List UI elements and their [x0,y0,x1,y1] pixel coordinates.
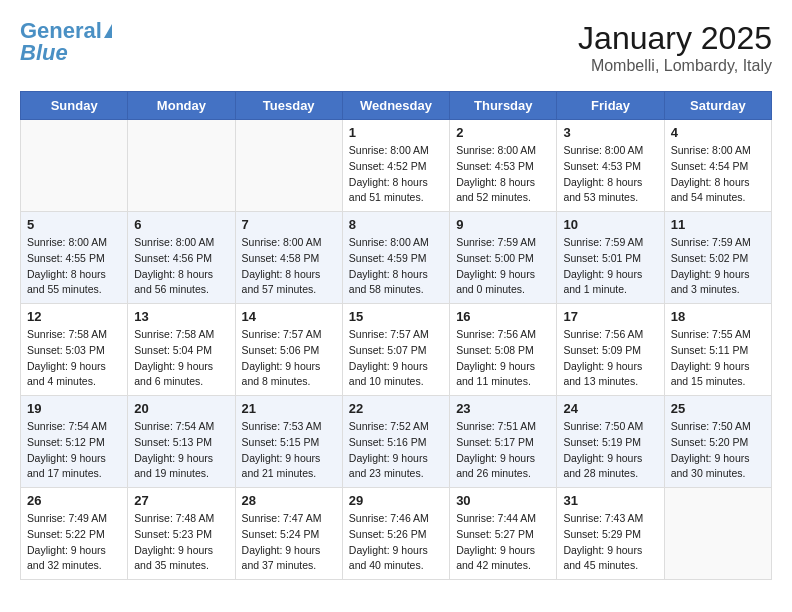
day-number: 4 [671,125,765,140]
calendar-cell: 24Sunrise: 7:50 AM Sunset: 5:19 PM Dayli… [557,396,664,488]
day-info: Sunrise: 8:00 AM Sunset: 4:54 PM Dayligh… [671,143,765,206]
day-info: Sunrise: 7:48 AM Sunset: 5:23 PM Dayligh… [134,511,228,574]
day-info: Sunrise: 7:47 AM Sunset: 5:24 PM Dayligh… [242,511,336,574]
calendar-cell: 19Sunrise: 7:54 AM Sunset: 5:12 PM Dayli… [21,396,128,488]
day-info: Sunrise: 7:58 AM Sunset: 5:03 PM Dayligh… [27,327,121,390]
calendar-cell: 14Sunrise: 7:57 AM Sunset: 5:06 PM Dayli… [235,304,342,396]
calendar-cell: 16Sunrise: 7:56 AM Sunset: 5:08 PM Dayli… [450,304,557,396]
day-number: 14 [242,309,336,324]
day-number: 23 [456,401,550,416]
weekday-header-thursday: Thursday [450,92,557,120]
day-info: Sunrise: 8:00 AM Sunset: 4:53 PM Dayligh… [456,143,550,206]
day-number: 6 [134,217,228,232]
day-number: 12 [27,309,121,324]
title-block: January 2025 Mombelli, Lombardy, Italy [578,20,772,75]
weekday-header-sunday: Sunday [21,92,128,120]
calendar-cell: 25Sunrise: 7:50 AM Sunset: 5:20 PM Dayli… [664,396,771,488]
day-number: 7 [242,217,336,232]
calendar-cell: 8Sunrise: 8:00 AM Sunset: 4:59 PM Daylig… [342,212,449,304]
calendar-cell: 20Sunrise: 7:54 AM Sunset: 5:13 PM Dayli… [128,396,235,488]
weekday-header-saturday: Saturday [664,92,771,120]
calendar-cell: 29Sunrise: 7:46 AM Sunset: 5:26 PM Dayli… [342,488,449,580]
day-info: Sunrise: 7:57 AM Sunset: 5:06 PM Dayligh… [242,327,336,390]
calendar-cell: 3Sunrise: 8:00 AM Sunset: 4:53 PM Daylig… [557,120,664,212]
week-row-3: 12Sunrise: 7:58 AM Sunset: 5:03 PM Dayli… [21,304,772,396]
calendar-cell: 28Sunrise: 7:47 AM Sunset: 5:24 PM Dayli… [235,488,342,580]
day-number: 2 [456,125,550,140]
month-year-title: January 2025 [578,20,772,57]
day-number: 21 [242,401,336,416]
calendar-cell [664,488,771,580]
day-number: 25 [671,401,765,416]
day-info: Sunrise: 8:00 AM Sunset: 4:56 PM Dayligh… [134,235,228,298]
weekday-header-monday: Monday [128,92,235,120]
day-number: 31 [563,493,657,508]
weekday-header-wednesday: Wednesday [342,92,449,120]
day-number: 19 [27,401,121,416]
calendar-cell: 22Sunrise: 7:52 AM Sunset: 5:16 PM Dayli… [342,396,449,488]
day-number: 8 [349,217,443,232]
day-number: 13 [134,309,228,324]
calendar-cell: 31Sunrise: 7:43 AM Sunset: 5:29 PM Dayli… [557,488,664,580]
page-header: General Blue January 2025 Mombelli, Lomb… [20,20,772,75]
calendar-cell: 27Sunrise: 7:48 AM Sunset: 5:23 PM Dayli… [128,488,235,580]
calendar-cell: 13Sunrise: 7:58 AM Sunset: 5:04 PM Dayli… [128,304,235,396]
day-info: Sunrise: 8:00 AM Sunset: 4:58 PM Dayligh… [242,235,336,298]
weekday-header-friday: Friday [557,92,664,120]
calendar-cell: 15Sunrise: 7:57 AM Sunset: 5:07 PM Dayli… [342,304,449,396]
calendar-cell: 26Sunrise: 7:49 AM Sunset: 5:22 PM Dayli… [21,488,128,580]
day-number: 26 [27,493,121,508]
calendar-cell: 5Sunrise: 8:00 AM Sunset: 4:55 PM Daylig… [21,212,128,304]
day-number: 28 [242,493,336,508]
week-row-2: 5Sunrise: 8:00 AM Sunset: 4:55 PM Daylig… [21,212,772,304]
calendar-cell: 1Sunrise: 8:00 AM Sunset: 4:52 PM Daylig… [342,120,449,212]
calendar-cell: 12Sunrise: 7:58 AM Sunset: 5:03 PM Dayli… [21,304,128,396]
calendar-cell: 21Sunrise: 7:53 AM Sunset: 5:15 PM Dayli… [235,396,342,488]
day-info: Sunrise: 7:59 AM Sunset: 5:00 PM Dayligh… [456,235,550,298]
day-number: 15 [349,309,443,324]
logo-triangle-icon [104,24,112,38]
day-info: Sunrise: 7:44 AM Sunset: 5:27 PM Dayligh… [456,511,550,574]
logo-blue: Blue [20,42,68,64]
day-info: Sunrise: 7:50 AM Sunset: 5:20 PM Dayligh… [671,419,765,482]
day-number: 1 [349,125,443,140]
day-info: Sunrise: 7:50 AM Sunset: 5:19 PM Dayligh… [563,419,657,482]
day-info: Sunrise: 7:59 AM Sunset: 5:02 PM Dayligh… [671,235,765,298]
calendar-table: SundayMondayTuesdayWednesdayThursdayFrid… [20,91,772,580]
day-info: Sunrise: 7:43 AM Sunset: 5:29 PM Dayligh… [563,511,657,574]
day-info: Sunrise: 7:54 AM Sunset: 5:12 PM Dayligh… [27,419,121,482]
calendar-cell: 6Sunrise: 8:00 AM Sunset: 4:56 PM Daylig… [128,212,235,304]
calendar-cell: 11Sunrise: 7:59 AM Sunset: 5:02 PM Dayli… [664,212,771,304]
calendar-cell: 9Sunrise: 7:59 AM Sunset: 5:00 PM Daylig… [450,212,557,304]
day-info: Sunrise: 7:55 AM Sunset: 5:11 PM Dayligh… [671,327,765,390]
day-info: Sunrise: 8:00 AM Sunset: 4:53 PM Dayligh… [563,143,657,206]
week-row-5: 26Sunrise: 7:49 AM Sunset: 5:22 PM Dayli… [21,488,772,580]
day-info: Sunrise: 7:53 AM Sunset: 5:15 PM Dayligh… [242,419,336,482]
day-number: 18 [671,309,765,324]
day-number: 10 [563,217,657,232]
day-info: Sunrise: 7:58 AM Sunset: 5:04 PM Dayligh… [134,327,228,390]
weekday-header-row: SundayMondayTuesdayWednesdayThursdayFrid… [21,92,772,120]
calendar-cell: 30Sunrise: 7:44 AM Sunset: 5:27 PM Dayli… [450,488,557,580]
calendar-cell: 2Sunrise: 8:00 AM Sunset: 4:53 PM Daylig… [450,120,557,212]
day-info: Sunrise: 7:49 AM Sunset: 5:22 PM Dayligh… [27,511,121,574]
day-number: 5 [27,217,121,232]
day-number: 16 [456,309,550,324]
day-info: Sunrise: 8:00 AM Sunset: 4:52 PM Dayligh… [349,143,443,206]
day-info: Sunrise: 7:56 AM Sunset: 5:09 PM Dayligh… [563,327,657,390]
day-info: Sunrise: 7:59 AM Sunset: 5:01 PM Dayligh… [563,235,657,298]
calendar-cell: 10Sunrise: 7:59 AM Sunset: 5:01 PM Dayli… [557,212,664,304]
week-row-1: 1Sunrise: 8:00 AM Sunset: 4:52 PM Daylig… [21,120,772,212]
day-number: 30 [456,493,550,508]
day-number: 11 [671,217,765,232]
logo: General Blue [20,20,112,64]
day-number: 22 [349,401,443,416]
calendar-cell [21,120,128,212]
day-number: 20 [134,401,228,416]
day-info: Sunrise: 8:00 AM Sunset: 4:59 PM Dayligh… [349,235,443,298]
calendar-cell: 23Sunrise: 7:51 AM Sunset: 5:17 PM Dayli… [450,396,557,488]
day-number: 3 [563,125,657,140]
calendar-cell: 18Sunrise: 7:55 AM Sunset: 5:11 PM Dayli… [664,304,771,396]
day-info: Sunrise: 7:52 AM Sunset: 5:16 PM Dayligh… [349,419,443,482]
day-number: 17 [563,309,657,324]
